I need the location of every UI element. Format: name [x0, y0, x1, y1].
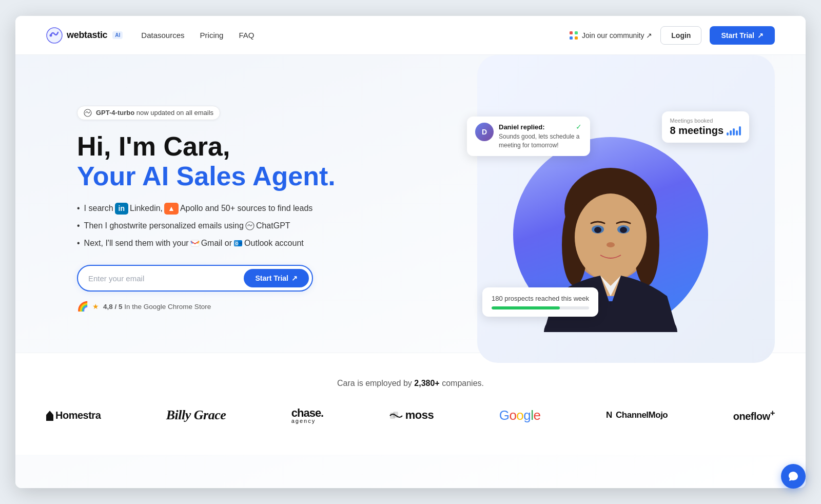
rainbow-icon: 🌈	[77, 301, 88, 312]
daniel-check-icon: ✓	[576, 123, 582, 131]
svg-point-18	[575, 193, 647, 281]
community-link[interactable]: Join our community ↗	[569, 30, 652, 41]
logo-billy-grace: Billy Grace	[166, 408, 226, 423]
svg-point-1	[50, 34, 52, 36]
logo-google: Google	[499, 408, 541, 423]
rating-row: 🌈 ★ 4,8 / 5 In the Google Chrome Store	[77, 301, 364, 312]
svg-rect-5	[575, 36, 578, 40]
svg-point-21	[594, 227, 601, 233]
form-trend-arrow-icon: ↗	[291, 274, 298, 282]
companies-tagline: Cara is employed by 2,380+ companies.	[46, 379, 775, 388]
nav-right: Join our community ↗ Login Start Trial ↗	[569, 26, 775, 45]
svg-text:O: O	[236, 241, 239, 246]
chat-icon	[788, 471, 799, 482]
hero-title-line2: Your AI Sales Agent.	[77, 161, 336, 191]
svg-point-6	[84, 109, 91, 117]
chatgpt-icon	[245, 221, 255, 230]
hero-right: D Daniel replied: ✓ Sounds good, lets sc…	[477, 86, 744, 332]
rating-text: 4,8 / 5 In the Google Chrome Store	[103, 303, 211, 311]
nav-left: webtastic AI Datasources Pricing FAQ	[46, 27, 254, 44]
meetings-value: 8 meetings	[670, 125, 741, 137]
svg-rect-2	[570, 31, 573, 34]
trend-arrow-icon: ↗	[757, 31, 764, 40]
hero-title: Hi, I'm Cara, Your AI Sales Agent.	[77, 131, 364, 191]
progress-bar	[492, 306, 589, 309]
hero-left: GPT-4-turbo now updated on all emails Hi…	[77, 106, 364, 312]
community-icon	[569, 30, 579, 41]
hero-bullets: I search in Linkedin, ▲ Apollo and 50+ s…	[77, 202, 364, 249]
logo-link[interactable]: webtastic AI	[46, 27, 123, 44]
gpt-badge: GPT-4-turbo now updated on all emails	[77, 106, 220, 120]
meetings-bar-chart-icon	[727, 126, 741, 135]
ai-badge: AI	[112, 31, 123, 39]
svg-rect-3	[575, 31, 578, 34]
meetings-card: Meetings booked 8 meetings	[662, 111, 749, 143]
form-start-trial-button[interactable]: Start Trial ↗	[244, 269, 309, 287]
moss-icon	[389, 411, 403, 421]
logo-icon	[46, 27, 63, 44]
email-input[interactable]	[88, 274, 244, 283]
nav-pricing[interactable]: Pricing	[200, 31, 224, 40]
companies-logos: Homestra Billy Grace chase.agency moss G…	[46, 406, 775, 424]
daniel-message: Sounds good, lets schedule a meeting for…	[499, 132, 582, 150]
daniel-name: Daniel replied:	[499, 123, 545, 131]
gpt-icon	[84, 109, 92, 117]
nav-links: Datasources Pricing FAQ	[141, 31, 254, 40]
star-icon: ★	[92, 302, 99, 311]
navbar: webtastic AI Datasources Pricing FAQ	[15, 16, 806, 55]
bullet-ghostwrite: Then I ghostwrite personalized emails us…	[77, 220, 364, 232]
daniel-avatar: D	[475, 123, 494, 141]
bullet-search: I search in Linkedin, ▲ Apollo and 50+ s…	[77, 202, 364, 215]
nav-datasources[interactable]: Datasources	[141, 31, 184, 40]
svg-point-22	[620, 227, 627, 233]
progress-fill	[492, 306, 560, 309]
svg-point-7	[246, 222, 254, 230]
companies-section: Cara is employed by 2,380+ companies. Ho…	[15, 353, 806, 455]
logo-homestra: Homestra	[46, 410, 101, 421]
nav-faq[interactable]: FAQ	[239, 31, 254, 40]
logo-channelmojo: N ChannelMojo	[606, 410, 668, 420]
logo-text: webtastic	[67, 30, 107, 41]
gpt-badge-name: GPT-4-turbo now updated on all emails	[96, 109, 213, 117]
meetings-label: Meetings booked	[670, 118, 741, 124]
apollo-badge: ▲	[164, 203, 179, 215]
gmail-icon	[190, 240, 200, 247]
hero-section: GPT-4-turbo now updated on all emails Hi…	[15, 55, 806, 353]
svg-point-23	[607, 242, 615, 247]
svg-point-0	[47, 28, 62, 43]
daniel-card-content: Daniel replied: ✓ Sounds good, lets sche…	[499, 123, 582, 150]
daniel-reply-card: D Daniel replied: ✓ Sounds good, lets sc…	[467, 117, 590, 156]
logo-chase: chase.agency	[291, 406, 324, 424]
login-button[interactable]: Login	[660, 26, 701, 45]
chat-button[interactable]	[781, 464, 806, 489]
outlook-icon: O	[233, 240, 243, 247]
logo-moss: moss	[389, 409, 434, 422]
prospects-card: 180 prospects reached this week	[482, 287, 598, 317]
logo-oneflow: oneflow+	[733, 408, 775, 422]
community-label: Join our community ↗	[582, 31, 652, 40]
linkedin-badge: in	[115, 203, 128, 215]
email-form: Start Trial ↗	[77, 265, 313, 292]
nav-start-trial-button[interactable]: Start Trial ↗	[710, 26, 775, 45]
prospects-text: 180 prospects reached this week	[492, 295, 589, 302]
svg-rect-4	[570, 36, 573, 40]
hero-title-line1: Hi, I'm Cara,	[77, 131, 230, 161]
bullet-send: Next, I'll send them with your Gmail or …	[77, 237, 364, 249]
